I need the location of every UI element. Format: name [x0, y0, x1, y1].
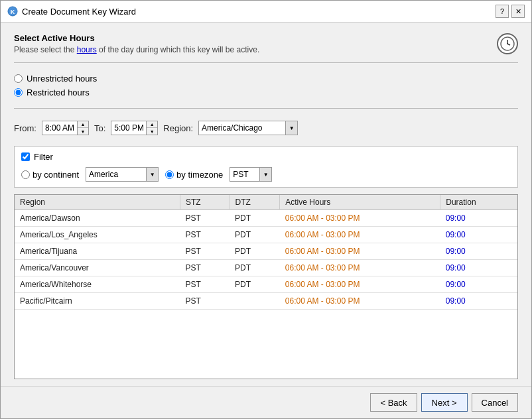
radio-divider [14, 108, 518, 109]
region-combobox[interactable]: America/Chicago America/New_York America… [198, 121, 298, 135]
cell-active-hours: 06:00 AM - 03:00 PM [280, 276, 440, 293]
svg-point-5 [507, 43, 508, 44]
cell-duration: 09:00 [440, 227, 517, 243]
section-title: Select Active Hours [14, 33, 259, 43]
timezone-dropdown-arrow[interactable]: ▼ [259, 168, 271, 181]
content-area: Select Active Hours Please select the ho… [1, 23, 531, 386]
from-time-down[interactable]: ▼ [78, 128, 88, 135]
from-time-buttons: ▲ ▼ [77, 121, 88, 135]
cell-stz: PST [180, 276, 230, 293]
col-dtz: DTZ [230, 195, 280, 210]
title-bar: K Create Document Key Wizard ? ✕ [1, 1, 531, 23]
cell-active-hours: 06:00 AM - 03:00 PM [280, 227, 440, 243]
cell-active-hours: 06:00 AM - 03:00 PM [280, 260, 440, 276]
cell-stz: PST [180, 260, 230, 276]
cell-active-hours: 06:00 AM - 03:00 PM [280, 293, 440, 310]
continent-select[interactable]: America Africa Asia Atlantic Australia E… [86, 168, 146, 181]
region-select[interactable]: America/Chicago America/New_York America… [199, 121, 285, 135]
timezone-table: Region STZ DTZ Active Hours Duration Ame… [15, 195, 517, 310]
to-time-input[interactable] [111, 121, 146, 135]
radio-section: Unrestricted hours Restricted hours [14, 71, 518, 100]
cell-duration: 09:00 [440, 260, 517, 276]
cell-region: America/Whitehorse [15, 276, 180, 293]
close-button[interactable]: ✕ [511, 5, 525, 18]
from-label: From: [14, 123, 36, 133]
to-time-up[interactable]: ▲ [147, 121, 157, 128]
restricted-label: Restricted hours [27, 88, 90, 97]
cancel-button[interactable]: Cancel [472, 393, 518, 412]
footer: < Back Next > Cancel [1, 386, 531, 418]
cell-stz: PST [180, 227, 230, 243]
unrestricted-label: Unrestricted hours [27, 74, 97, 84]
to-label: To: [94, 123, 105, 133]
cell-region: America/Tijuana [15, 243, 180, 260]
from-time-spinbox[interactable]: ▲ ▼ [42, 121, 89, 135]
col-active-hours: Active Hours [280, 195, 440, 210]
cell-duration: 09:00 [440, 243, 517, 260]
by-continent-radio[interactable] [21, 170, 30, 179]
by-timezone-label: by timezone [176, 170, 223, 180]
restricted-radio[interactable] [14, 88, 23, 97]
cell-dtz: PDT [230, 243, 280, 260]
section-description: Please select the hours of the day durin… [14, 45, 259, 54]
cell-stz: PST [180, 243, 230, 260]
cell-duration: 09:00 [440, 276, 517, 293]
table-row[interactable]: America/Los_Angeles PST PDT 06:00 AM - 0… [15, 227, 517, 243]
unrestricted-radio[interactable] [14, 74, 23, 83]
by-timezone-option[interactable]: by timezone [165, 170, 223, 180]
cell-duration: 09:00 [440, 210, 517, 227]
cell-stz: PST [180, 293, 230, 310]
from-time-input[interactable] [42, 121, 77, 135]
col-stz: STZ [180, 195, 230, 210]
restricted-hours-option[interactable]: Restricted hours [14, 88, 518, 97]
table-row[interactable]: America/Vancouver PST PDT 06:00 AM - 03:… [15, 260, 517, 276]
table-row[interactable]: Pacific/Pitcairn PST 06:00 AM - 03:00 PM… [15, 293, 517, 310]
to-time-buttons: ▲ ▼ [146, 121, 157, 135]
wizard-window: K Create Document Key Wizard ? ✕ Select … [0, 0, 532, 419]
by-timezone-radio[interactable] [165, 170, 174, 179]
cell-active-hours: 06:00 AM - 03:00 PM [280, 210, 440, 227]
cell-region: America/Dawson [15, 210, 180, 227]
cell-region: America/Los_Angeles [15, 227, 180, 243]
filter-row: by continent America Africa Asia Atlanti… [21, 167, 511, 182]
table-row[interactable]: America/Whitehorse PST PDT 06:00 AM - 03… [15, 276, 517, 293]
to-time-spinbox[interactable]: ▲ ▼ [111, 121, 158, 135]
filter-label: Filter [34, 152, 53, 162]
cell-dtz: PDT [230, 227, 280, 243]
header-divider [14, 62, 518, 63]
clock-icon [497, 33, 518, 54]
by-continent-label: by continent [33, 170, 79, 180]
table-row[interactable]: America/Dawson PST PDT 06:00 AM - 03:00 … [15, 210, 517, 227]
timezone-table-container: Region STZ DTZ Active Hours Duration Ame… [14, 194, 518, 379]
cell-region: Pacific/Pitcairn [15, 293, 180, 310]
next-button[interactable]: Next > [421, 393, 468, 412]
col-region: Region [15, 195, 180, 210]
cell-active-hours: 06:00 AM - 03:00 PM [280, 243, 440, 260]
time-region-row: From: ▲ ▼ To: ▲ ▼ Region: America/Chicag [14, 117, 518, 139]
timezone-select[interactable]: PST PDT EST EDT CST CDT MST MDT [230, 168, 259, 181]
unrestricted-hours-option[interactable]: Unrestricted hours [14, 74, 518, 84]
col-duration: Duration [440, 195, 517, 210]
cell-dtz: PDT [230, 260, 280, 276]
svg-text:K: K [11, 9, 15, 15]
timezone-combobox[interactable]: PST PDT EST EDT CST CDT MST MDT ▼ [230, 167, 272, 182]
filter-section: Filter by continent America Africa Asia … [14, 146, 518, 188]
region-dropdown-arrow[interactable]: ▼ [285, 121, 297, 135]
cell-dtz: PDT [230, 210, 280, 227]
help-button[interactable]: ? [496, 5, 509, 18]
cell-dtz: PDT [230, 276, 280, 293]
by-continent-option[interactable]: by continent [21, 170, 79, 180]
to-time-down[interactable]: ▼ [147, 128, 157, 135]
continent-dropdown-arrow[interactable]: ▼ [146, 168, 158, 181]
from-time-up[interactable]: ▲ [78, 121, 88, 128]
filter-checkbox[interactable] [21, 152, 30, 161]
header-section: Select Active Hours Please select the ho… [14, 33, 518, 54]
title-bar-left: K Create Document Key Wizard [7, 6, 136, 17]
continent-combobox[interactable]: America Africa Asia Atlantic Australia E… [86, 167, 159, 182]
cell-stz: PST [180, 210, 230, 227]
cell-duration: 09:00 [440, 293, 517, 310]
table-row[interactable]: America/Tijuana PST PDT 06:00 AM - 03:00… [15, 243, 517, 260]
app-icon: K [7, 6, 18, 17]
back-button[interactable]: < Back [370, 393, 417, 412]
cell-region: America/Vancouver [15, 260, 180, 276]
